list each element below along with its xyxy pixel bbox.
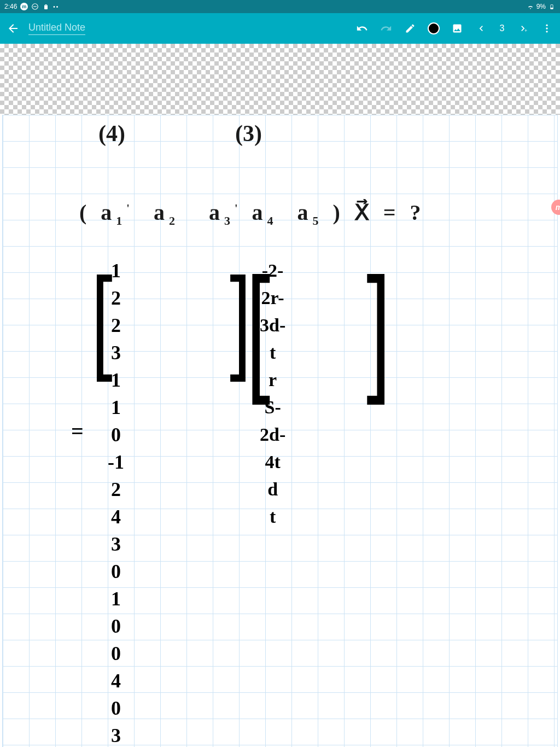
svg-rect-3 — [551, 8, 553, 9]
more-options-button[interactable] — [540, 22, 553, 35]
status-time: 2:46 — [4, 3, 17, 10]
undo-button[interactable] — [355, 22, 369, 35]
dots-icon: •• — [53, 4, 59, 10]
battery-text: 9% — [536, 3, 546, 10]
drawing-canvas[interactable]: (4) (3) ( a1' a2 a3' a4 a5 ) X⃗ = ? [ 12… — [0, 44, 560, 747]
handwriting-label-4: (4) — [98, 120, 125, 147]
svg-point-5 — [546, 25, 547, 26]
note-title[interactable]: Untitled Note — [28, 22, 85, 35]
transparent-background — [0, 44, 560, 115]
next-page-button[interactable]: + — [516, 22, 529, 35]
svg-point-6 — [546, 27, 547, 29]
minus-circle-icon — [31, 3, 39, 10]
status-bar: 2:46 m •• 9% — [0, 0, 560, 13]
graph-paper: (4) (3) ( a1' a2 a3' a4 a5 ) X⃗ = ? [ 12… — [2, 115, 558, 747]
prev-page-button[interactable] — [475, 22, 488, 35]
svg-point-7 — [546, 31, 547, 32]
app-toolbar: Untitled Note 3 + — [0, 13, 560, 44]
battery-icon — [548, 3, 556, 10]
redo-button[interactable] — [380, 22, 393, 35]
app-badge-icon: m — [20, 3, 28, 10]
handwriting-label-3: (3) — [235, 120, 262, 147]
page-number[interactable]: 3 — [499, 24, 505, 33]
image-button[interactable] — [451, 22, 464, 35]
handwriting-equals: = — [71, 418, 84, 444]
handwriting-equation: ( a1' a2 a3' a4 a5 ) X⃗ = ? — [79, 200, 425, 228]
pen-tool-button[interactable] — [404, 22, 417, 35]
wifi-icon — [527, 3, 534, 10]
back-button[interactable] — [7, 22, 20, 35]
svg-text:+: + — [524, 28, 527, 33]
color-picker-button[interactable] — [428, 22, 440, 34]
trash-icon — [42, 3, 50, 10]
